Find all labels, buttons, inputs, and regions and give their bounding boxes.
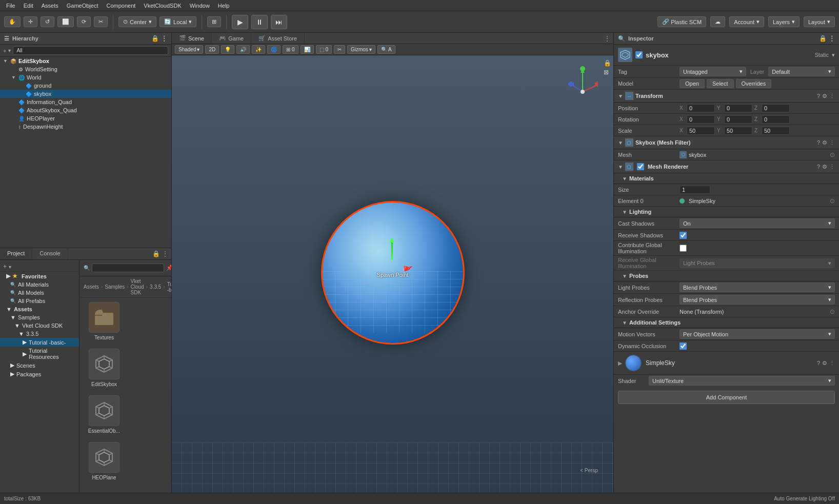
sidebar-assets[interactable]: ▼ Assets (0, 305, 79, 313)
overlay-btn[interactable]: ⬚ 0 (316, 45, 332, 54)
breadcrumb-vket[interactable]: Vket Cloud SDK (131, 278, 144, 295)
sidebar-tutorial-resources[interactable]: ▶ Tutorial Resoureces (0, 347, 79, 361)
grid-btn[interactable]: ⊞ (207, 16, 221, 27)
rotation-y[interactable] (724, 115, 752, 124)
shader-dropdown[interactable]: Unlit/Texture▾ (649, 376, 835, 386)
layout-dropdown[interactable]: Layout▾ (804, 16, 835, 27)
anchor-target-icon[interactable]: ⊙ (830, 308, 835, 315)
transform-help[interactable]: ? (817, 93, 820, 99)
tool-hand[interactable]: ✋ (4, 16, 21, 27)
audio-btn[interactable]: 🔊 (236, 45, 250, 54)
mesh-filter-help[interactable]: ? (817, 139, 820, 146)
scale-z[interactable] (762, 127, 790, 135)
sidebar-335[interactable]: ▼ 3.3.5 (0, 330, 79, 338)
project-lock[interactable]: 🔒 (152, 250, 160, 257)
sidebar-tutorial-basic[interactable]: ▶ Tutorial -basic- (0, 338, 79, 347)
project-more[interactable]: ⋮ (162, 250, 168, 257)
mesh-target-icon[interactable]: ⊙ (830, 151, 835, 158)
sidebar-packages[interactable]: ▶ Packages (0, 370, 79, 378)
effects-btn[interactable]: ✨ (252, 45, 265, 54)
hierarchy-item-aboutskybox-quad[interactable]: 🔷 AboutSkybox_Quad (0, 106, 171, 114)
position-z[interactable] (762, 104, 790, 112)
mesh-filter-settings[interactable]: ⚙ (822, 139, 827, 146)
dynamic-occlusion-checkbox[interactable] (680, 342, 687, 350)
hierarchy-item-heoplayer[interactable]: 👤 HEOPlayer (0, 114, 171, 123)
hierarchy-item-ground[interactable]: 🔷 ground (0, 82, 171, 90)
play-button[interactable]: ▶ (232, 15, 248, 29)
materials-header[interactable]: ▼ Materials (614, 173, 839, 184)
menu-vketcloudsdk[interactable]: VketCloudSDK (139, 2, 185, 10)
rotation-z[interactable] (762, 115, 790, 124)
breadcrumb-335[interactable]: 3.3.5 (150, 284, 161, 290)
hierarchy-search-input[interactable] (13, 46, 168, 55)
scale-y[interactable] (724, 127, 752, 135)
tab-scene[interactable]: 🎬 Scene (172, 33, 212, 44)
transform-settings[interactable]: ⚙ (822, 93, 827, 99)
pivot-local[interactable]: 🔄Local▾ (159, 16, 196, 27)
tool-rect[interactable]: ⟳ (77, 16, 91, 27)
hierarchy-item-despawnheight[interactable]: ↕ DespawnHeight (0, 123, 171, 131)
step-button[interactable]: ⏭ (271, 15, 287, 29)
scene-lock-icon[interactable]: 🔒 (604, 59, 611, 67)
mesh-renderer-settings[interactable]: ⚙ (822, 164, 827, 170)
project-dropdown-btn[interactable]: ▾ (9, 264, 11, 270)
hierarchy-item-world[interactable]: ▼ 🌐 World (0, 73, 171, 82)
scene-maximize-icon[interactable]: ⊠ (604, 69, 611, 76)
file-item-textures[interactable]: Textures (84, 302, 125, 340)
model-open-btn[interactable]: Open (680, 79, 705, 88)
hierarchy-item-skybox[interactable]: 🔷 skybox (0, 90, 171, 98)
mesh-renderer-help[interactable]: ? (817, 164, 820, 170)
receive-shadows-checkbox[interactable] (680, 232, 687, 239)
file-item-essentialob[interactable]: EssentialOb... (84, 395, 125, 434)
mesh-filter-header[interactable]: ▼ ⬡ Skybox (Mesh Filter) ? ⚙ ⋮ (614, 136, 839, 149)
project-tool-pin[interactable]: 📌 (166, 265, 171, 271)
cast-shadows-dropdown[interactable]: On▾ (680, 218, 835, 228)
receive-global-dropdown[interactable]: Light Probes▾ (680, 258, 835, 268)
motion-vectors-dropdown[interactable]: Per Object Motion▾ (680, 329, 835, 339)
2d-btn[interactable]: 2D (205, 45, 219, 54)
menu-file[interactable]: File (2, 2, 19, 10)
sidebar-samples[interactable]: ▼ Samples (0, 313, 79, 321)
mesh-filter-more[interactable]: ⋮ (829, 139, 835, 146)
light-probes-dropdown[interactable]: Blend Probes▾ (680, 283, 835, 292)
hierarchy-item-worldsetting[interactable]: ⚙ WorldSetting (0, 65, 171, 73)
tab-console[interactable]: Console (32, 248, 68, 259)
tool-scale[interactable]: ⬜ (57, 16, 74, 27)
lighting-header[interactable]: ▼ Lighting (614, 207, 839, 217)
breadcrumb-tutorial[interactable]: Tutorial -basic- (167, 281, 171, 293)
probes-header[interactable]: ▼ Probes (614, 271, 839, 281)
static-dropdown[interactable]: ▾ (832, 52, 835, 58)
transform-component-header[interactable]: ▼ ↔ Transform ? ⚙ ⋮ (614, 90, 839, 103)
cloud-btn[interactable]: ☁ (710, 16, 725, 27)
pivot-center[interactable]: ⊙Center▾ (118, 16, 156, 27)
position-x[interactable] (687, 104, 715, 112)
tag-dropdown[interactable]: Untagged▾ (680, 67, 746, 76)
menu-window[interactable]: Window (186, 2, 214, 10)
menu-gameobject[interactable]: GameObject (63, 2, 103, 10)
scene-more[interactable]: ⋮ (604, 35, 610, 42)
sidebar-favorites[interactable]: ▶ ★ Favorites (0, 272, 79, 280)
hierarchy-item-information-quad[interactable]: 🔷 Information_Quad (0, 98, 171, 106)
grid-count-btn[interactable]: ⊞ 0 (283, 45, 298, 54)
sidebar-all-materials[interactable]: 🔍 All Materials (0, 280, 79, 289)
mesh-renderer-enabled[interactable] (637, 163, 644, 170)
tab-asset-store[interactable]: 🛒 Asset Store (251, 33, 305, 44)
project-search-input[interactable] (92, 264, 164, 272)
additional-settings-header[interactable]: ▼ Additional Settings (614, 317, 839, 328)
sidebar-scenes[interactable]: ▶ Scenes (0, 361, 79, 370)
inspector-more[interactable]: ⋮ (829, 35, 835, 42)
model-select-btn[interactable]: Select (707, 79, 734, 88)
hierarchy-more-btn[interactable]: ▾ (8, 48, 11, 53)
mesh-renderer-more[interactable]: ⋮ (829, 164, 835, 170)
model-overrides-btn[interactable]: Overrides (736, 79, 772, 88)
tool-transform[interactable]: ✂ (94, 16, 108, 27)
hierarchy-more[interactable]: ⋮ (161, 35, 167, 42)
mesh-renderer-header[interactable]: ▼ ⬡ Mesh Renderer ? ⚙ ⋮ (614, 160, 839, 173)
menu-component[interactable]: Component (102, 2, 139, 10)
rotation-x[interactable] (687, 115, 715, 124)
account-dropdown[interactable]: Account▾ (729, 16, 764, 27)
stats-btn[interactable]: 📊 (301, 45, 314, 54)
tool-rotate[interactable]: ↺ (41, 16, 54, 27)
hierarchy-item-editskybox[interactable]: ▼ 📦 EditSkybox (0, 57, 171, 65)
add-hierarchy-btn[interactable]: + (3, 48, 6, 54)
